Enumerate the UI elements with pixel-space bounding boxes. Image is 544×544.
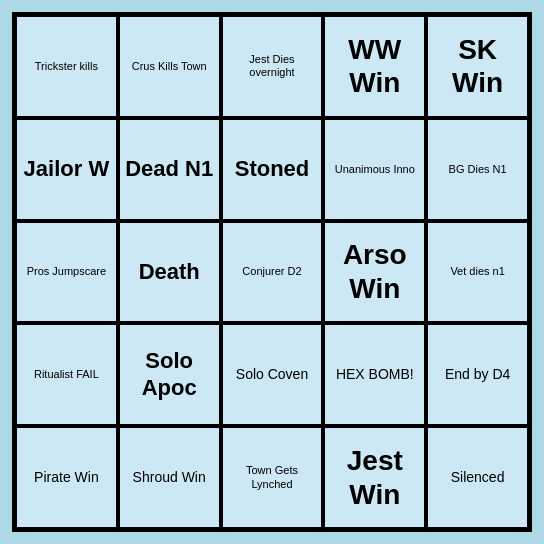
cell-r4c3: Jest Win xyxy=(323,426,426,529)
cell-r3c0: Ritualist FAIL xyxy=(15,323,118,426)
cell-r4c0: Pirate Win xyxy=(15,426,118,529)
cell-text-r4c0: Pirate Win xyxy=(34,469,99,486)
cell-text-r4c1: Shroud Win xyxy=(133,469,206,486)
cell-r0c3: WW Win xyxy=(323,15,426,118)
cell-r2c2: Conjurer D2 xyxy=(221,221,324,324)
bingo-board: Trickster killsCrus Kills TownJest Dies … xyxy=(12,12,532,532)
cell-text-r3c3: HEX BOMB! xyxy=(336,366,414,383)
cell-r1c1: Dead N1 xyxy=(118,118,221,221)
cell-text-r0c0: Trickster kills xyxy=(35,60,98,73)
cell-text-r2c1: Death xyxy=(139,259,200,285)
cell-text-r2c2: Conjurer D2 xyxy=(242,265,301,278)
cell-text-r4c4: Silenced xyxy=(451,469,505,486)
cell-r0c4: SK Win xyxy=(426,15,529,118)
cell-text-r2c3: Arso Win xyxy=(329,238,420,305)
cell-r1c0: Jailor W xyxy=(15,118,118,221)
cell-r0c1: Crus Kills Town xyxy=(118,15,221,118)
cell-r3c3: HEX BOMB! xyxy=(323,323,426,426)
cell-r2c1: Death xyxy=(118,221,221,324)
cell-r2c4: Vet dies n1 xyxy=(426,221,529,324)
cell-r2c0: Pros Jumpscare xyxy=(15,221,118,324)
cell-text-r3c4: End by D4 xyxy=(445,366,510,383)
cell-text-r0c3: WW Win xyxy=(329,33,420,100)
cell-text-r2c0: Pros Jumpscare xyxy=(27,265,106,278)
cell-text-r0c4: SK Win xyxy=(432,33,523,100)
cell-r2c3: Arso Win xyxy=(323,221,426,324)
cell-r4c2: Town Gets Lynched xyxy=(221,426,324,529)
cell-r3c4: End by D4 xyxy=(426,323,529,426)
cell-r3c2: Solo Coven xyxy=(221,323,324,426)
cell-text-r1c1: Dead N1 xyxy=(125,156,213,182)
cell-text-r2c4: Vet dies n1 xyxy=(450,265,504,278)
cell-text-r1c0: Jailor W xyxy=(24,156,110,182)
cell-text-r3c1: Solo Apoc xyxy=(124,348,215,401)
cell-text-r4c3: Jest Win xyxy=(329,444,420,511)
cell-r1c4: BG Dies N1 xyxy=(426,118,529,221)
cell-r1c3: Unanimous Inno xyxy=(323,118,426,221)
cell-r0c0: Trickster kills xyxy=(15,15,118,118)
cell-text-r0c1: Crus Kills Town xyxy=(132,60,207,73)
cell-r4c1: Shroud Win xyxy=(118,426,221,529)
cell-r3c1: Solo Apoc xyxy=(118,323,221,426)
cell-text-r3c2: Solo Coven xyxy=(236,366,308,383)
cell-r0c2: Jest Dies overnight xyxy=(221,15,324,118)
cell-r1c2: Stoned xyxy=(221,118,324,221)
cell-text-r4c2: Town Gets Lynched xyxy=(227,464,318,490)
cell-r4c4: Silenced xyxy=(426,426,529,529)
cell-text-r0c2: Jest Dies overnight xyxy=(227,53,318,79)
cell-text-r3c0: Ritualist FAIL xyxy=(34,368,99,381)
cell-text-r1c2: Stoned xyxy=(235,156,310,182)
cell-text-r1c4: BG Dies N1 xyxy=(449,163,507,176)
cell-text-r1c3: Unanimous Inno xyxy=(335,163,415,176)
